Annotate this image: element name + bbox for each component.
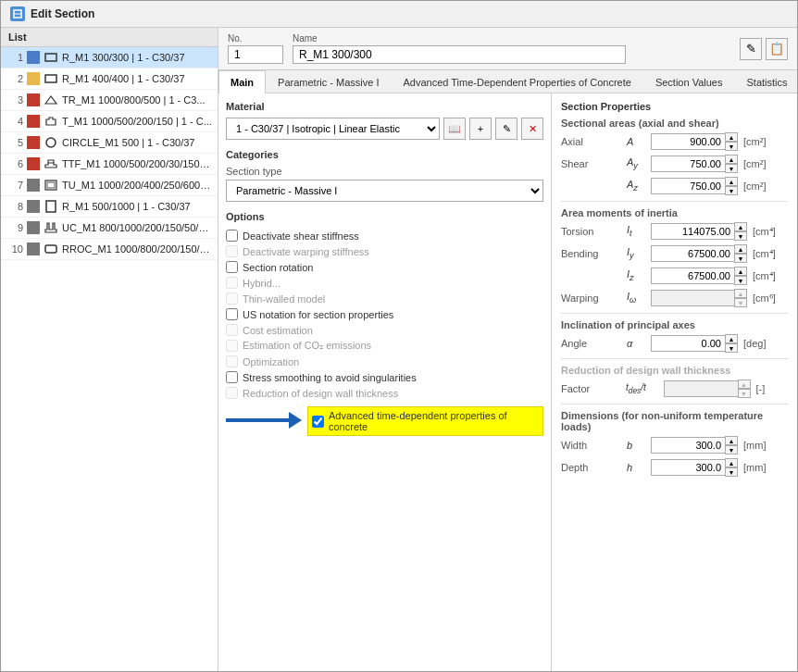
list-item[interactable]: 5 CIRCLE_M1 500 | 1 - C30/37 [1,132,218,154]
principal-axes-title: Inclination of principal axes [561,319,788,330]
list-item[interactable]: 7 TU_M1 1000/200/400/250/600/5... [1,175,218,196]
shear-ay-symbol: Ay [627,156,645,170]
list-item[interactable]: 6 TTF_M1 1000/500/200/30/150 | ... [1,154,218,175]
option-co2-estimation: Estimation of CO₂ emissions [226,338,543,354]
svg-point-5 [46,138,56,147]
axial-input-group: ▲ ▼ [651,132,738,151]
shear-az-up[interactable]: ▲ [725,177,738,186]
name-field: Name [293,33,626,64]
tab-parametric-massive[interactable]: Parametric - Massive I [266,70,391,93]
bending-iz-input-group: ▲ ▼ [651,267,747,285]
area-moments-title: Area moments of inertia [561,207,788,218]
tab-main[interactable]: Main [218,70,266,93]
advanced-time-checkbox[interactable] [312,416,324,428]
axial-input[interactable] [651,133,725,150]
angle-down[interactable]: ▼ [725,343,738,353]
width-down[interactable]: ▼ [725,445,738,454]
torsion-input[interactable] [651,223,734,240]
shear-ay-up[interactable]: ▲ [725,155,738,164]
stress-smoothing-checkbox[interactable] [226,371,238,383]
shear-ay-spinners: ▲ ▼ [725,155,738,173]
item-num: 9 [6,222,23,233]
thin-walled-label: Thin-walled model [243,293,325,305]
bending-iy-up[interactable]: ▲ [734,244,747,254]
axial-label: Axial [561,136,621,147]
window-icon [10,6,25,21]
depth-down[interactable]: ▼ [725,467,738,477]
width-spinners: ▲ ▼ [725,436,738,454]
list-item[interactable]: 3 TR_M1 1000/800/500 | 1 - C3... [1,90,218,111]
deactivate-shear-checkbox[interactable] [226,230,238,242]
bending-iy-down[interactable]: ▼ [734,254,747,263]
item-num: 8 [6,201,23,212]
hybrid-checkbox [226,277,238,289]
material-title: Material [226,101,543,112]
header-row: No. Name ✎ 📋 [218,28,797,70]
list-item[interactable]: 2 R_M1 400/400 | 1 - C30/37 [1,68,218,90]
section-rotation-checkbox[interactable] [226,261,238,273]
item-num: 6 [6,158,23,169]
warping-spinners: ▲ ▼ [734,289,747,307]
wall-thickness-checkbox [226,387,238,399]
tab-section-values[interactable]: Section Values [643,70,735,93]
bending-iz-down[interactable]: ▼ [734,276,747,285]
material-edit-btn[interactable]: ✎ [495,118,517,140]
material-book-btn[interactable]: 📖 [443,118,466,140]
arrow-head [289,412,302,429]
material-row: 1 - C30/37 | Isotropic | Linear Elastic … [226,118,543,140]
list-item[interactable]: 8 R_M1 500/1000 | 1 - C30/37 [1,196,218,218]
separator-2 [561,313,788,314]
factor-input-group: ▲ ▼ [664,380,751,398]
cost-estimation-checkbox [226,324,238,336]
section-type-select[interactable]: Parametric - Massive I [226,180,543,202]
wall-thickness-label: Reduction of design wall thickness [243,388,398,399]
material-add-btn[interactable]: + [469,118,492,140]
bending-iz-up[interactable]: ▲ [734,267,747,276]
item-label: R_M1 300/300 | 1 - C30/37 [62,52,185,63]
no-label: No. [228,33,283,44]
co2-estimation-label: Estimation of CO₂ emissions [243,340,371,352]
axial-up[interactable]: ▲ [725,132,738,142]
shear-az-input[interactable] [651,178,725,194]
material-delete-btn[interactable]: ✕ [521,118,543,140]
stress-smoothing-label: Stress smoothing to avoid singularities [243,372,417,383]
categories-section: Categories Section type Parametric - Mas… [226,149,543,202]
bending-iy-input[interactable] [651,245,734,262]
option-stress-smoothing: Stress smoothing to avoid singularities [226,369,543,385]
us-notation-checkbox[interactable] [226,308,238,320]
edit-button[interactable]: ✎ [740,38,762,60]
list-item[interactable]: 10 RROC_M1 1000/800/200/150/25... [1,239,218,260]
material-select[interactable]: 1 - C30/37 | Isotropic | Linear Elastic [226,118,440,140]
torsion-up[interactable]: ▲ [734,222,747,231]
no-input[interactable] [228,45,283,64]
list-item[interactable]: 9 UC_M1 800/1000/200/150/50/75... [1,218,218,239]
list-items: 1 R_M1 300/300 | 1 - C30/37 2 R_M1 400/4… [1,47,218,671]
width-up[interactable]: ▲ [725,436,738,445]
shear-ay-input[interactable] [651,156,725,172]
factor-up: ▲ [738,380,751,389]
axial-down[interactable]: ▼ [725,142,738,151]
shear-ay-down[interactable]: ▼ [725,164,738,173]
tab-advanced-time[interactable]: Advanced Time-Dependent Properties of Co… [391,70,642,93]
item-num: 1 [6,52,23,63]
axial-row: Axial A ▲ ▼ [cm²] [561,132,788,151]
list-item[interactable]: 1 R_M1 300/300 | 1 - C30/37 [1,47,218,68]
svg-rect-3 [45,75,56,82]
svg-rect-2 [45,54,56,61]
warping-input-group: ▲ ▼ [651,289,747,307]
angle-up[interactable]: ▲ [725,334,738,343]
depth-spinners: ▲ ▼ [725,458,738,477]
item-num: 4 [6,116,23,127]
bending-iz-input[interactable] [651,268,734,284]
shear-az-down[interactable]: ▼ [725,186,738,195]
angle-input[interactable] [651,335,725,352]
depth-up[interactable]: ▲ [725,458,738,467]
width-input[interactable] [651,437,725,454]
list-item[interactable]: 4 T_M1 1000/500/200/150 | 1 - C... [1,111,218,132]
name-input[interactable] [293,45,626,64]
torsion-down[interactable]: ▼ [734,231,747,241]
depth-input[interactable] [651,459,725,476]
main-content: List 1 R_M1 300/300 | 1 - C30/37 2 R_M1 … [1,28,797,671]
tab-statistics[interactable]: Statistics [734,70,797,93]
info-button[interactable]: 📋 [766,38,788,60]
